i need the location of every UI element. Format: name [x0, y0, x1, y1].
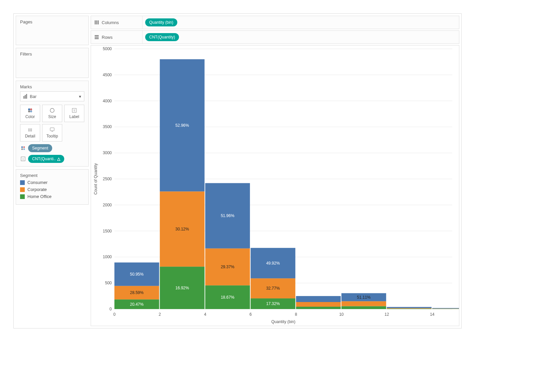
filters-title: Filters [20, 52, 84, 57]
svg-point-20 [23, 149, 25, 150]
rows-shelf[interactable]: Rows CNT(Quantity) [91, 30, 459, 44]
svg-point-12 [31, 129, 32, 130]
mark-type-dropdown[interactable]: Bar ▾ [20, 91, 84, 101]
bar-pct-label: 17.32% [266, 301, 280, 306]
bar-segment[interactable] [432, 308, 459, 309]
bar-pct-label: 30.12% [175, 227, 189, 231]
chevron-down-icon: ▾ [79, 94, 81, 99]
svg-text:4000: 4000 [103, 99, 112, 103]
svg-text:2500: 2500 [103, 177, 112, 181]
marks-segment-row[interactable]: Segment [20, 144, 84, 152]
label-icon: T [20, 157, 26, 161]
svg-rect-16 [50, 128, 54, 131]
columns-icon [94, 20, 99, 25]
color-legend[interactable]: Segment ConsumerCorporateHome Office [16, 169, 89, 205]
columns-pill[interactable]: Quantity (bin) [145, 18, 177, 26]
bar-pct-label: 32.77% [266, 286, 280, 291]
bar-segment[interactable] [342, 306, 386, 309]
svg-text:Count of Quantity: Count of Quantity [93, 163, 98, 194]
rows-pill[interactable]: CNT(Quantity) [145, 33, 179, 41]
svg-text:0: 0 [109, 307, 112, 311]
segment-pill[interactable]: Segment [28, 144, 52, 152]
cnt-quantity-pill[interactable]: CNT(Quanti..△ [28, 155, 64, 163]
bar-pct-label: 52.96% [175, 123, 189, 128]
svg-text:4: 4 [204, 312, 206, 317]
columns-shelf[interactable]: Columns Quantity (bin) [91, 16, 459, 29]
pages-shelf[interactable]: Pages [16, 16, 89, 45]
svg-point-3 [28, 108, 30, 110]
svg-point-5 [28, 110, 30, 112]
bar-segment[interactable] [387, 308, 432, 309]
view-area: Columns Quantity (bin) Rows CNT(Quantity… [91, 16, 459, 326]
svg-point-14 [30, 130, 31, 131]
legend-label: Home Office [27, 194, 52, 199]
marks-card: Marks Bar ▾ Color [16, 81, 89, 167]
label-icon: T [72, 108, 77, 113]
bar-segment[interactable] [296, 302, 341, 307]
bar-segment[interactable] [432, 308, 459, 309]
svg-text:3500: 3500 [103, 124, 112, 129]
detail-icon [27, 127, 33, 132]
marks-cnt-row[interactable]: T CNT(Quanti..△ [20, 155, 84, 163]
svg-rect-1 [25, 95, 26, 99]
bar-pct-label: 50.95% [130, 272, 144, 277]
svg-rect-25 [98, 20, 99, 24]
svg-point-19 [21, 149, 23, 150]
legend-item[interactable]: Home Office [20, 194, 84, 199]
svg-point-6 [30, 110, 32, 112]
bar-pct-label: 20.47% [130, 302, 144, 307]
bar-segment[interactable] [387, 307, 432, 308]
pages-title: Pages [20, 19, 84, 24]
chart-viewport[interactable]: 0500100015002000250030003500400045005000… [91, 45, 459, 326]
tooltip-button[interactable]: Tooltip [42, 124, 62, 141]
bar-segment[interactable] [387, 309, 432, 309]
svg-point-13 [28, 130, 29, 131]
svg-text:2: 2 [159, 312, 161, 317]
label-button[interactable]: T Label [64, 105, 84, 122]
svg-text:10: 10 [339, 312, 344, 317]
bar-pct-label: 51.96% [221, 213, 235, 218]
bar-segment[interactable] [432, 309, 459, 309]
svg-rect-24 [96, 20, 97, 24]
svg-text:1000: 1000 [103, 255, 112, 259]
bar-segment[interactable] [342, 301, 386, 306]
bar-icon [23, 94, 28, 99]
color-icon [20, 146, 26, 151]
svg-text:3000: 3000 [103, 151, 112, 155]
legend-swatch [20, 180, 25, 185]
svg-text:0: 0 [113, 312, 116, 317]
tooltip-icon [50, 127, 55, 132]
bar-segment[interactable] [296, 296, 341, 302]
legend-item[interactable]: Consumer [20, 180, 84, 185]
svg-text:12: 12 [385, 312, 389, 317]
bar-pct-label: 29.37% [221, 265, 235, 269]
svg-rect-23 [95, 20, 96, 24]
legend-title: Segment [20, 173, 84, 178]
bar-pct-label: 28.59% [130, 290, 144, 295]
svg-point-4 [30, 108, 32, 110]
bar-segment[interactable] [296, 307, 341, 309]
svg-point-11 [30, 129, 31, 130]
detail-button[interactable]: Detail [20, 124, 40, 141]
color-icon [27, 108, 33, 113]
size-button[interactable]: Size [42, 105, 62, 122]
rows-label: Rows [102, 35, 113, 40]
bar-pct-label: 18.67% [221, 295, 235, 300]
legend-swatch [20, 194, 25, 199]
svg-text:14: 14 [430, 312, 435, 317]
svg-text:2000: 2000 [103, 203, 112, 207]
svg-text:T: T [22, 158, 24, 161]
legend-label: Corporate [27, 187, 47, 192]
svg-rect-27 [95, 37, 99, 38]
svg-point-15 [31, 130, 32, 131]
svg-text:4500: 4500 [103, 73, 112, 77]
svg-rect-2 [26, 94, 27, 99]
svg-point-18 [23, 146, 25, 148]
filters-shelf[interactable]: Filters [16, 48, 89, 78]
size-icon [50, 108, 55, 113]
mark-type-label: Bar [30, 94, 36, 99]
legend-item[interactable]: Corporate [20, 187, 84, 192]
bar-pct-label: 51.11% [357, 295, 371, 300]
svg-point-17 [21, 146, 23, 148]
color-button[interactable]: Color [20, 105, 40, 122]
